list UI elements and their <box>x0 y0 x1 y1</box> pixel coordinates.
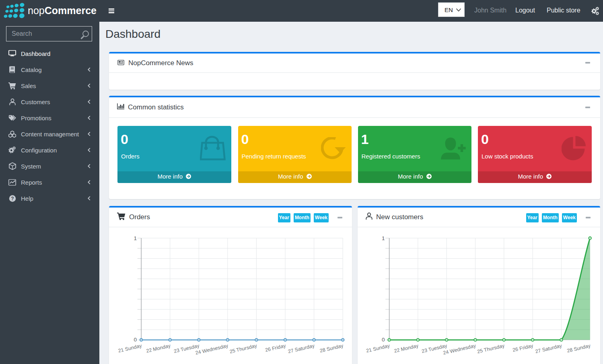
svg-text:27 Saturday: 27 Saturday <box>535 343 563 354</box>
svg-text:28 Sunday: 28 Sunday <box>566 343 591 354</box>
svg-text:1: 1 <box>134 235 137 241</box>
svg-text:?: ? <box>11 195 14 201</box>
svg-text:21 Sunday: 21 Sunday <box>117 343 142 354</box>
svg-text:22 Monday: 22 Monday <box>146 343 171 354</box>
svg-text:28 Sunday: 28 Sunday <box>319 343 344 354</box>
svg-text:1: 1 <box>382 235 385 241</box>
svg-text:26 Friday: 26 Friday <box>512 343 534 353</box>
svg-text:25 Thursday: 25 Thursday <box>477 343 505 354</box>
svg-text:0: 0 <box>382 337 385 343</box>
svg-text:21 Sunday: 21 Sunday <box>366 343 391 354</box>
svg-text:24 Wednesday: 24 Wednesday <box>442 343 477 356</box>
svg-text:0: 0 <box>134 337 137 343</box>
svg-text:24 Wednesday: 24 Wednesday <box>195 343 229 356</box>
svg-text:26 Friday: 26 Friday <box>265 343 287 353</box>
svg-text:27 Saturday: 27 Saturday <box>287 343 315 354</box>
svg-text:22 Monday: 22 Monday <box>393 343 419 354</box>
svg-text:25 Thursday: 25 Thursday <box>229 343 257 354</box>
